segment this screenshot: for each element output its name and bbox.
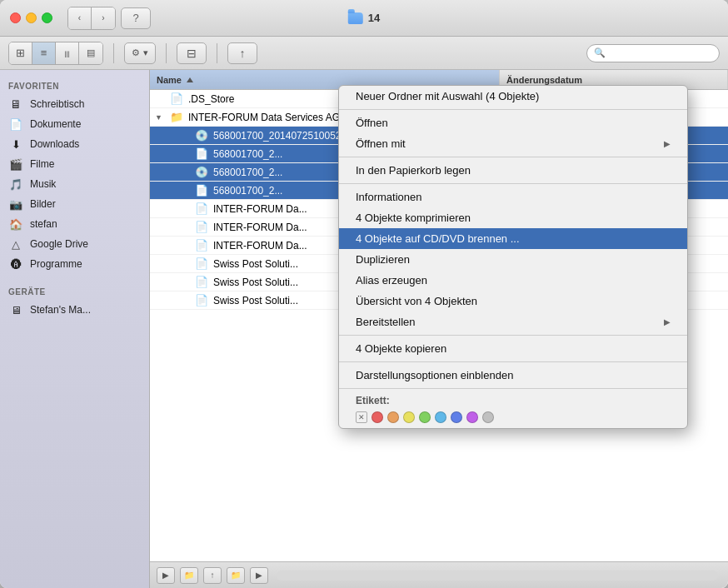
sidebar-item-downloads[interactable]: ⬇ Downloads <box>0 134 149 154</box>
gear-button[interactable]: ⚙ ▾ <box>124 42 156 64</box>
view-columns-button[interactable]: ⫼ <box>56 42 79 64</box>
ctx-prepare[interactable]: Bereitstellen ▶ <box>339 311 687 332</box>
ctx-burn[interactable]: 4 Objekte auf CD/DVD brennen ... <box>339 228 687 249</box>
forward-button[interactable]: › <box>92 7 115 29</box>
sidebar-label-stefans-mac: Stefan's Ma... <box>30 304 91 316</box>
share-button[interactable]: ↑ <box>227 42 257 64</box>
stefan-icon: 🏠 <box>8 217 23 232</box>
file-icon: 📄 <box>195 184 208 197</box>
context-menu: Neuer Ordner mit Auswahl (4 Objekte) Öff… <box>338 85 688 429</box>
col-name-label: Name <box>157 75 182 85</box>
bottom-btn-4[interactable]: 📁 <box>227 567 245 584</box>
folder-icon <box>348 12 363 24</box>
dokumente-icon: 📄 <box>8 117 23 132</box>
ctx-open[interactable]: Öffnen <box>339 112 687 133</box>
ctx-copy[interactable]: 4 Objekte kopieren <box>339 338 687 359</box>
ctx-separator-2 <box>339 157 687 157</box>
titlebar: ‹ › ? 14 <box>0 0 728 37</box>
dmg-icon: 💿 <box>195 129 208 142</box>
sidebar-label-stefan: stefan <box>30 218 57 230</box>
toolbar: ⊞ ≡ ⫼ ▤ ⚙ ▾ ⊟ ↑ 🔍 <box>0 37 728 70</box>
file-name-label: 568001700_2... <box>213 185 282 197</box>
sidebar-item-google-drive[interactable]: △ Google Drive <box>0 234 149 254</box>
help-button[interactable]: ? <box>121 7 151 29</box>
file-icon: 📄 <box>195 221 208 234</box>
sidebar-label-bilder: Bilder <box>30 198 56 210</box>
bilder-icon: 📷 <box>8 197 23 212</box>
file-icon: 📄 <box>195 239 208 252</box>
gear-icon: ⚙ <box>132 47 140 58</box>
bottom-btn-2[interactable]: 📁 <box>180 567 198 584</box>
devices-header: GERÄTE <box>0 281 149 300</box>
sidebar-item-programme[interactable]: 🅐 Programme <box>0 254 149 274</box>
label-none[interactable]: ✕ <box>356 411 367 423</box>
file-name-label: INTER-FORUM Da... <box>213 240 307 252</box>
traffic-lights <box>10 12 52 23</box>
sidebar-item-musik[interactable]: 🎵 Musik <box>0 174 149 194</box>
sidebar-item-bilder[interactable]: 📷 Bilder <box>0 194 149 214</box>
label-red[interactable] <box>371 411 383 423</box>
file-name-label: INTER-FORUM Da... <box>213 222 307 233</box>
file-area: Name Änderungsdatum 📄 .DS_Store Heute 11… <box>150 70 728 588</box>
view-list-button[interactable]: ≡ <box>32 42 56 64</box>
sidebar-item-dokumente[interactable]: 📄 Dokumente <box>0 114 149 134</box>
sidebar-label-schreibtisch: Schreibtisch <box>30 98 84 110</box>
file-icon: 📄 <box>195 147 208 161</box>
toolbar-separator-2 <box>166 43 167 63</box>
sidebar-label-musik: Musik <box>30 178 56 190</box>
bottom-btn-1[interactable]: ▶ <box>157 567 175 584</box>
file-icon: 📄 <box>195 294 208 307</box>
bottom-bar: ▶ 📁 ↑ 📁 ▶ <box>150 561 728 588</box>
label-gray[interactable] <box>482 411 494 423</box>
submenu-arrow-prepare: ▶ <box>664 317 671 326</box>
search-icon: 🔍 <box>594 47 606 58</box>
col-date-label: Änderungsdatum <box>506 75 582 85</box>
ctx-separator-3 <box>339 183 687 184</box>
file-icon: 📄 <box>170 92 183 106</box>
ctx-overview[interactable]: Übersicht von 4 Objekten <box>339 291 687 311</box>
file-icon: 📄 <box>195 202 208 216</box>
downloads-icon: ⬇ <box>8 137 23 152</box>
view-cover-button[interactable]: ▤ <box>79 42 102 64</box>
zoom-button[interactable] <box>42 12 52 23</box>
ctx-compress[interactable]: 4 Objekte komprimieren <box>339 207 687 228</box>
minimize-button[interactable] <box>26 12 37 23</box>
musik-icon: 🎵 <box>8 177 23 192</box>
label-indigo[interactable] <box>451 411 462 423</box>
sidebar-item-filme[interactable]: 🎬 Filme <box>0 154 149 174</box>
ctx-open-with[interactable]: Öffnen mit ▶ <box>339 133 687 154</box>
label-purple[interactable] <box>466 411 478 423</box>
file-name-label: Swiss Post Soluti... <box>213 258 298 270</box>
sidebar-item-schreibtisch[interactable]: 🖥 Schreibtisch <box>0 94 149 114</box>
ctx-duplicate[interactable]: Duplizieren <box>339 249 687 270</box>
bottom-btn-3[interactable]: ↑ <box>203 567 222 584</box>
search-box[interactable]: 🔍 <box>586 44 720 62</box>
ctx-info[interactable]: Informationen <box>339 187 687 207</box>
label-blue[interactable] <box>435 411 446 423</box>
ctx-separator-1 <box>339 109 687 110</box>
window-title-area: 14 <box>348 12 380 24</box>
back-button[interactable]: ‹ <box>68 7 92 29</box>
toolbar-separator-1 <box>113 43 114 63</box>
view-icons-button[interactable]: ⊞ <box>9 42 32 64</box>
label-green[interactable] <box>419 411 431 423</box>
sidebar-item-stefan[interactable]: 🏠 stefan <box>0 214 149 234</box>
ctx-separator-6 <box>339 388 687 389</box>
close-button[interactable] <box>10 12 21 23</box>
file-name-label: 568001700_2... <box>213 148 282 160</box>
ctx-new-folder[interactable]: Neuer Ordner mit Auswahl (4 Objekte) <box>339 86 687 107</box>
ctx-trash[interactable]: In den Papierkorb legen <box>339 160 687 181</box>
label-orange[interactable] <box>387 411 399 423</box>
file-name-label: INTER-FORUM Data Services AG <box>188 112 340 123</box>
ctx-alias[interactable]: Alias erzeugen <box>339 270 687 291</box>
ctx-separator-5 <box>339 361 687 362</box>
sidebar-item-stefans-mac[interactable]: 🖥 Stefan's Ma... <box>0 300 149 320</box>
horizontal-scrollbar[interactable] <box>277 571 718 581</box>
bottom-btn-5[interactable]: ▶ <box>250 567 268 584</box>
label-yellow[interactable] <box>403 411 415 423</box>
finder-window: ‹ › ? 14 ⊞ ≡ ⫼ ▤ ⚙ ▾ ⊟ ↑ 🔍 <box>0 0 728 588</box>
arrange-button[interactable]: ⊟ <box>177 42 207 64</box>
file-name-label: 568001700_2... <box>213 167 282 178</box>
sidebar-label-dokumente: Dokumente <box>30 118 81 130</box>
ctx-display-opts[interactable]: Darstellungsoptionen einblenden <box>339 365 687 386</box>
